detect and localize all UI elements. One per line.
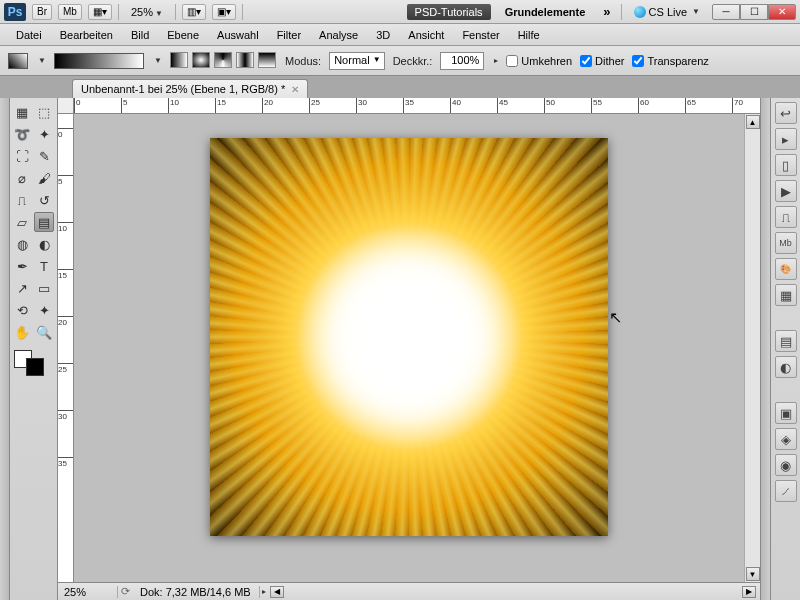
- cslive-icon: [634, 6, 646, 18]
- zoom-tool[interactable]: 🔍: [34, 322, 54, 342]
- menu-fenster[interactable]: Fenster: [454, 27, 507, 43]
- menu-ebene[interactable]: Ebene: [159, 27, 207, 43]
- document-tab[interactable]: Unbenannt-1 bei 25% (Ebene 1, RGB/8) * ✕: [72, 79, 308, 98]
- scroll-up-icon[interactable]: ▲: [746, 115, 760, 129]
- right-dock-rail[interactable]: [760, 98, 770, 600]
- styles-panel-icon[interactable]: ▤: [775, 330, 797, 352]
- maximize-button[interactable]: ☐: [740, 4, 768, 20]
- crop-tool[interactable]: ⛶: [12, 146, 32, 166]
- dodge-tool[interactable]: ◐: [34, 234, 54, 254]
- workspace-active[interactable]: PSD-Tutorials: [407, 4, 491, 20]
- app-logo[interactable]: Ps: [4, 3, 26, 21]
- pen-tool[interactable]: ✒: [12, 256, 32, 276]
- menu-bild[interactable]: Bild: [123, 27, 157, 43]
- 3d-tool[interactable]: ⟲: [12, 300, 32, 320]
- menu-filter[interactable]: Filter: [269, 27, 309, 43]
- angle-gradient-icon[interactable]: [214, 52, 232, 68]
- gradient-preview[interactable]: [54, 53, 144, 69]
- background-swatch[interactable]: [26, 358, 44, 376]
- scroll-right-icon[interactable]: ▶: [742, 586, 756, 598]
- reverse-checkbox[interactable]: Umkehren: [506, 55, 572, 67]
- scrollbar-horizontal[interactable]: ◀ ▶: [266, 586, 760, 598]
- menu-analyse[interactable]: Analyse: [311, 27, 366, 43]
- history-brush-tool[interactable]: ↺: [34, 190, 54, 210]
- scroll-left-icon[interactable]: ◀: [270, 586, 284, 598]
- minibridge-button[interactable]: Mb: [58, 4, 82, 20]
- cursor-icon: ↖: [609, 308, 622, 327]
- view-extras-button[interactable]: ▦▾: [88, 4, 112, 20]
- layers-panel-icon[interactable]: ◈: [775, 428, 797, 450]
- hand-tool[interactable]: ✋: [12, 322, 32, 342]
- minimize-button[interactable]: ─: [712, 4, 740, 20]
- gradient-tool[interactable]: ▤: [34, 212, 54, 232]
- close-button[interactable]: ✕: [768, 4, 796, 20]
- dither-checkbox[interactable]: Dither: [580, 55, 624, 67]
- mode-select[interactable]: Normal ▼: [329, 52, 384, 70]
- properties-panel-icon[interactable]: ▯: [775, 154, 797, 176]
- ruler-tick: 35: [58, 457, 74, 468]
- ruler-origin[interactable]: [58, 98, 74, 114]
- workspace-other[interactable]: Grundelemente: [497, 4, 594, 20]
- 3d-camera-tool[interactable]: ✦: [34, 300, 54, 320]
- transparency-checkbox[interactable]: Transparenz: [632, 55, 708, 67]
- eraser-tool[interactable]: ▱: [12, 212, 32, 232]
- screen-mode-button[interactable]: ▣▾: [212, 4, 236, 20]
- ruler-horizontal[interactable]: 0510152025303540455055606570: [74, 98, 760, 114]
- scroll-down-icon[interactable]: ▼: [746, 567, 760, 581]
- separator: [621, 4, 622, 20]
- paths-panel-icon[interactable]: ⟋: [775, 480, 797, 502]
- adjust-panel-icon[interactable]: ◐: [775, 356, 797, 378]
- diamond-gradient-icon[interactable]: [258, 52, 276, 68]
- status-doc-size[interactable]: Dok: 7,32 MB/14,6 MB: [132, 586, 260, 598]
- swatches-panel-icon[interactable]: ▦: [775, 284, 797, 306]
- opacity-input[interactable]: 100%: [440, 52, 484, 70]
- masks-panel-icon[interactable]: ▣: [775, 402, 797, 424]
- scrollbar-vertical[interactable]: ▲ ▼: [744, 114, 760, 582]
- zoom-display[interactable]: 25%▼: [125, 6, 169, 18]
- play-panel-icon[interactable]: ▶: [775, 180, 797, 202]
- workspace-more-icon[interactable]: »: [599, 4, 614, 19]
- eyedropper-tool[interactable]: ✎: [34, 146, 54, 166]
- artwork-canvas[interactable]: [210, 138, 608, 536]
- linear-gradient-icon[interactable]: [170, 52, 188, 68]
- brush-tool[interactable]: 🖌: [34, 168, 54, 188]
- move-tool[interactable]: ▦: [12, 102, 32, 122]
- path-select-tool[interactable]: ↗: [12, 278, 32, 298]
- menu-ansicht[interactable]: Ansicht: [400, 27, 452, 43]
- actions-panel-icon[interactable]: ▸: [775, 128, 797, 150]
- menu-hilfe[interactable]: Hilfe: [510, 27, 548, 43]
- bridge-button[interactable]: Br: [32, 4, 52, 20]
- magic-wand-tool[interactable]: ✦: [34, 124, 54, 144]
- menu-auswahl[interactable]: Auswahl: [209, 27, 267, 43]
- blur-tool[interactable]: ◍: [12, 234, 32, 254]
- menu-bearbeiten[interactable]: Bearbeiten: [52, 27, 121, 43]
- stamp-panel-icon[interactable]: ⎍: [775, 206, 797, 228]
- menu-datei[interactable]: Datei: [8, 27, 50, 43]
- color-swatches[interactable]: [12, 350, 55, 380]
- channels-panel-icon[interactable]: ◉: [775, 454, 797, 476]
- tool-preset-icon[interactable]: [8, 53, 28, 69]
- shape-tool[interactable]: ▭: [34, 278, 54, 298]
- stamp-tool[interactable]: ⎍: [12, 190, 32, 210]
- type-tool[interactable]: T: [34, 256, 54, 276]
- reflected-gradient-icon[interactable]: [236, 52, 254, 68]
- viewport[interactable]: ↖: [74, 114, 744, 582]
- history-panel-icon[interactable]: ↩: [775, 102, 797, 124]
- cslive-button[interactable]: CS Live ▼: [628, 6, 706, 18]
- menu-3d[interactable]: 3D: [368, 27, 398, 43]
- mb-panel-icon[interactable]: Mb: [775, 232, 797, 254]
- status-sync-icon[interactable]: ⟳: [118, 585, 132, 598]
- color-panel-icon[interactable]: 🎨: [775, 258, 797, 280]
- ruler-tick: 45: [497, 98, 508, 114]
- healing-brush-tool[interactable]: ⌀: [12, 168, 32, 188]
- radial-gradient-icon[interactable]: [192, 52, 210, 68]
- close-tab-icon[interactable]: ✕: [291, 84, 299, 95]
- ruler-vertical[interactable]: 05101520253035: [58, 114, 74, 582]
- marquee-tool[interactable]: ⬚: [34, 102, 54, 122]
- lasso-tool[interactable]: ➰: [12, 124, 32, 144]
- opacity-arrow-icon[interactable]: ▸: [494, 56, 498, 65]
- status-zoom[interactable]: 25%: [58, 586, 118, 598]
- arrange-button[interactable]: ▥▾: [182, 4, 206, 20]
- ruler-tick: 50: [544, 98, 555, 114]
- left-dock-rail[interactable]: [0, 98, 10, 600]
